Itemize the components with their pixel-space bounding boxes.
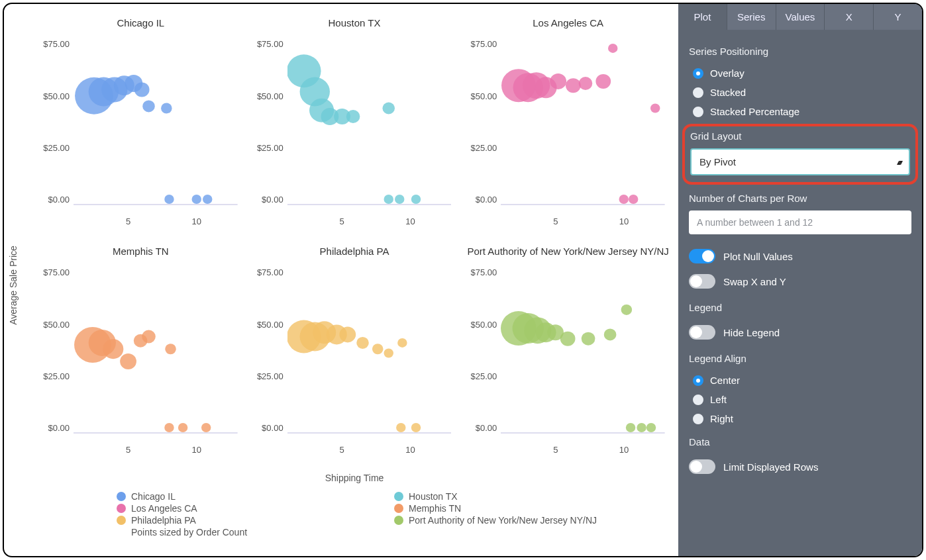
data-point[interactable] <box>164 195 174 204</box>
x-tick-label: 5 <box>340 445 344 455</box>
data-point[interactable] <box>164 423 174 432</box>
y-tick-label: $50.00 <box>257 91 283 101</box>
data-point[interactable] <box>142 330 156 343</box>
legend-item[interactable]: Los Angeles CA <box>117 503 394 514</box>
data-point[interactable] <box>339 326 356 342</box>
legend-swatch-icon <box>117 492 126 501</box>
legend-item[interactable]: Port Authority of New York/New Jersey NY… <box>394 515 672 526</box>
data-point[interactable] <box>384 195 393 204</box>
grid-layout-value: By Pivot <box>699 156 736 167</box>
data-point[interactable] <box>142 100 155 112</box>
y-tick-label: $50.00 <box>471 91 497 101</box>
legend-item[interactable]: Houston TX <box>394 491 672 502</box>
radio-icon <box>693 87 703 98</box>
plot-null-label: Plot Null Values <box>723 251 793 262</box>
legend-align-option[interactable]: Left <box>689 390 911 409</box>
data-point[interactable] <box>596 74 611 89</box>
data-point[interactable] <box>372 344 384 354</box>
legend-swatch-icon <box>117 516 126 525</box>
data-point[interactable] <box>396 423 405 432</box>
legend-align-label: Right <box>710 413 733 424</box>
y-tick-label: $0.00 <box>476 422 497 432</box>
legend-swatch-icon <box>394 516 403 525</box>
data-point[interactable] <box>637 423 646 432</box>
legend-align-option[interactable]: Center <box>689 371 911 390</box>
series-positioning-option[interactable]: Stacked <box>689 83 911 102</box>
tab-x[interactable]: X <box>825 4 874 30</box>
data-point[interactable] <box>395 195 404 204</box>
data-point[interactable] <box>626 423 635 432</box>
data-point[interactable] <box>550 73 567 89</box>
y-tick-label: $50.00 <box>471 319 497 329</box>
legend-label: Houston TX <box>409 491 458 502</box>
panel-title: Chicago IL <box>37 17 244 30</box>
tab-series[interactable]: Series <box>727 4 776 30</box>
data-point[interactable] <box>203 195 212 204</box>
data-point[interactable] <box>165 344 176 354</box>
data-point[interactable] <box>566 78 581 93</box>
legend-align-option[interactable]: Right <box>689 409 911 428</box>
y-tick-label: $0.00 <box>262 422 283 432</box>
legend-swatch-icon <box>394 492 403 501</box>
y-tick-label: $25.00 <box>43 371 70 381</box>
data-point[interactable] <box>579 77 593 90</box>
data-point[interactable] <box>192 195 201 204</box>
data-point[interactable] <box>103 339 123 359</box>
y-tick-label: $75.00 <box>257 267 283 277</box>
x-tick-label: 5 <box>340 216 344 226</box>
tabs: PlotSeriesValuesXY <box>678 4 922 30</box>
swap-xy-toggle[interactable] <box>689 274 715 289</box>
charts-per-row-input[interactable] <box>689 210 911 234</box>
grid-layout-select[interactable]: By Pivot ▴▾ <box>690 148 910 175</box>
y-tick-label: $0.00 <box>476 194 497 204</box>
series-positioning-label: Stacked <box>710 87 746 98</box>
panel-title: Houston TX <box>251 17 458 30</box>
y-tick-label: $75.00 <box>43 39 70 49</box>
tab-y[interactable]: Y <box>874 4 922 30</box>
data-point[interactable] <box>619 195 629 204</box>
data-point[interactable] <box>384 348 393 357</box>
data-point[interactable] <box>621 304 633 315</box>
data-point[interactable] <box>411 195 420 204</box>
data-point[interactable] <box>582 332 595 345</box>
x-axis-title: Shipping Time <box>37 473 672 483</box>
tab-values[interactable]: Values <box>776 4 825 30</box>
x-tick-label: 5 <box>553 216 558 226</box>
hide-legend-label: Hide Legend <box>723 327 780 338</box>
data-point[interactable] <box>604 328 617 340</box>
radio-icon <box>693 107 703 117</box>
data-point[interactable] <box>650 103 660 113</box>
data-point[interactable] <box>161 103 172 113</box>
limit-rows-toggle[interactable] <box>689 459 715 474</box>
data-point[interactable] <box>134 82 150 97</box>
data-point[interactable] <box>629 195 638 204</box>
data-point[interactable] <box>560 331 576 346</box>
legend-item[interactable]: Chicago IL <box>117 491 394 502</box>
charts-per-row-title: Number of Charts per Row <box>689 193 911 204</box>
series-positioning-label: Overlay <box>710 68 745 79</box>
data-point[interactable] <box>382 102 395 114</box>
data-point[interactable] <box>356 337 369 349</box>
legend-label: Memphis TN <box>409 503 461 514</box>
series-positioning-option[interactable]: Stacked Percentage <box>689 102 911 121</box>
legend-item[interactable]: Philadelphia PA <box>117 515 394 526</box>
data-point[interactable] <box>411 423 420 432</box>
y-tick-label: $75.00 <box>471 39 497 49</box>
plot-null-toggle[interactable] <box>689 249 715 263</box>
hide-legend-toggle[interactable] <box>689 325 715 340</box>
radio-icon <box>693 375 703 386</box>
data-point[interactable] <box>608 44 617 53</box>
legend-align-title: Legend Align <box>689 353 911 364</box>
legend-swatch-icon <box>394 504 403 513</box>
data-point[interactable] <box>178 423 187 432</box>
data-point[interactable] <box>120 353 136 369</box>
legend-label: Port Authority of New York/New Jersey NY… <box>409 515 597 526</box>
data-point[interactable] <box>397 338 407 348</box>
data-point[interactable] <box>346 110 360 123</box>
data-point[interactable] <box>201 423 211 432</box>
legend-item[interactable]: Memphis TN <box>394 503 672 514</box>
data-point[interactable] <box>646 423 656 432</box>
tab-plot[interactable]: Plot <box>678 4 727 30</box>
x-tick-label: 10 <box>619 445 629 455</box>
series-positioning-option[interactable]: Overlay <box>689 64 911 83</box>
